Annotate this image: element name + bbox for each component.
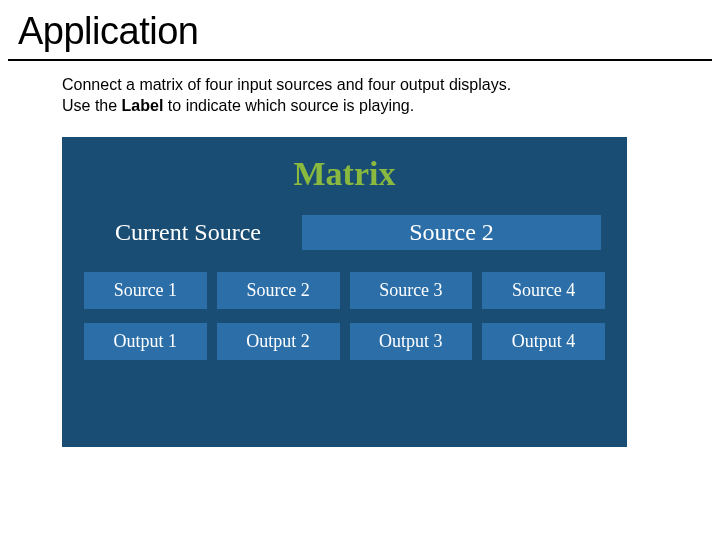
description-block: Connect a matrix of four input sources a… bbox=[0, 61, 720, 117]
output-button-4[interactable]: Output 4 bbox=[482, 323, 605, 360]
source-row: Source 1 Source 2 Source 3 Source 4 bbox=[84, 272, 605, 309]
desc2-post: to indicate which source is playing. bbox=[163, 97, 414, 114]
current-source-row: Current Source Source 2 bbox=[84, 215, 605, 250]
description-line1: Connect a matrix of four input sources a… bbox=[62, 75, 720, 96]
panel-heading: Matrix bbox=[84, 155, 605, 193]
output-button-1[interactable]: Output 1 bbox=[84, 323, 207, 360]
matrix-panel: Matrix Current Source Source 2 Source 1 … bbox=[62, 137, 627, 447]
source-button-3[interactable]: Source 3 bbox=[350, 272, 473, 309]
current-source-value: Source 2 bbox=[302, 215, 601, 250]
source-button-4[interactable]: Source 4 bbox=[482, 272, 605, 309]
output-button-3[interactable]: Output 3 bbox=[350, 323, 473, 360]
output-row: Output 1 Output 2 Output 3 Output 4 bbox=[84, 323, 605, 360]
source-button-2[interactable]: Source 2 bbox=[217, 272, 340, 309]
description-line2: Use the Label to indicate which source i… bbox=[62, 96, 720, 117]
slide-title: Application bbox=[8, 0, 712, 61]
output-button-2[interactable]: Output 2 bbox=[217, 323, 340, 360]
desc2-pre: Use the bbox=[62, 97, 122, 114]
source-button-1[interactable]: Source 1 bbox=[84, 272, 207, 309]
current-source-label: Current Source bbox=[88, 219, 288, 246]
desc2-bold: Label bbox=[122, 97, 164, 114]
